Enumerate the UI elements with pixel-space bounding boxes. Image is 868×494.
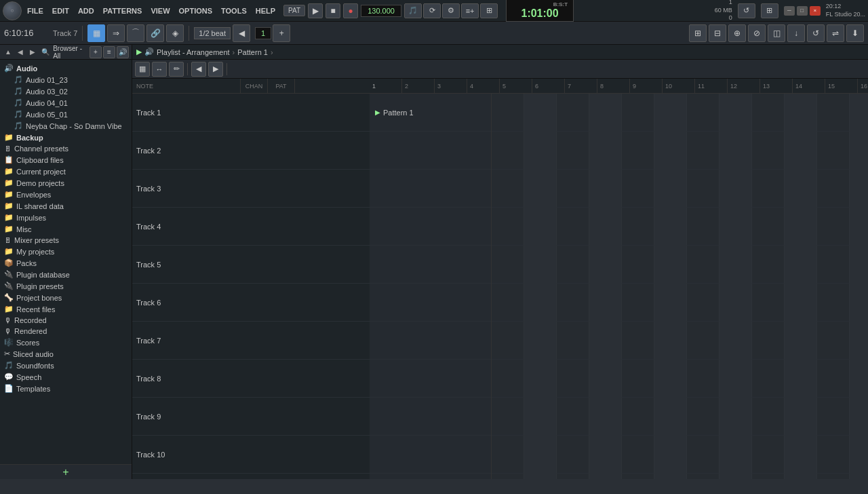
gc-10-11[interactable] [817, 436, 850, 473]
stop-button[interactable]: ■ [326, 3, 340, 18]
pattern-item-1[interactable]: ▶ Pattern 1 [370, 94, 491, 132]
gc-8-1[interactable] [492, 360, 524, 397]
browser-item-neyba[interactable]: 🎵 Neyba Chap - So Damn Vibe [0, 120, 132, 132]
grid-cell-1-5[interactable] [622, 94, 654, 131]
gc-7-4[interactable] [589, 322, 622, 359]
bounce-btn[interactable]: ⊕ [728, 24, 746, 42]
gc-3-11[interactable] [817, 170, 850, 207]
grid-cell-2-6[interactable] [654, 132, 687, 169]
gc-10-2[interactable] [524, 436, 557, 473]
gc-7-1[interactable] [492, 322, 524, 359]
gc-6-7[interactable] [687, 284, 719, 321]
gc-5-6[interactable] [654, 246, 687, 283]
pt-step-btn[interactable]: ▦ [135, 62, 150, 77]
gc-3-12[interactable] [850, 170, 868, 207]
gc-3-10[interactable] [785, 170, 817, 207]
gc-10-7[interactable] [687, 436, 719, 473]
pt-pencil-btn[interactable]: ✏ [169, 62, 184, 77]
gc-5-11[interactable] [817, 246, 850, 283]
gc-6-12[interactable] [850, 284, 868, 321]
gc-4-11[interactable] [817, 208, 850, 245]
gc-9-4[interactable] [589, 398, 622, 435]
gc-7-11[interactable] [817, 322, 850, 359]
mixer-icon[interactable]: ⊞ [480, 3, 498, 18]
browser-item-clipboard[interactable]: 📋 Clipboard files [0, 154, 132, 166]
gc-5-7[interactable] [687, 246, 719, 283]
gc-9-7[interactable] [687, 398, 719, 435]
gc-8-12[interactable] [850, 360, 868, 397]
gc-5-12[interactable] [850, 246, 868, 283]
browser-item-recorded[interactable]: 🎙 Recorded [0, 315, 132, 326]
gc-11-1[interactable] [492, 474, 524, 479]
link-btn[interactable]: 🔗 [146, 24, 164, 42]
gc-10-8[interactable] [719, 436, 752, 473]
gc-8-7[interactable] [687, 360, 719, 397]
gc-8-3[interactable] [557, 360, 589, 397]
grid-cell-2-10[interactable] [785, 132, 817, 169]
solo-btn[interactable]: ◫ [768, 24, 785, 42]
grid-cell-1-10[interactable] [785, 94, 817, 131]
grid-cell-1-8[interactable] [719, 94, 752, 131]
gc-11-4[interactable] [589, 474, 622, 479]
menu-patterns[interactable]: PATTERNS [99, 4, 146, 18]
browser-item-channel-presets[interactable]: 🎚 Channel presets [0, 143, 132, 154]
gc-4-8[interactable] [719, 208, 752, 245]
browser-item-recent-files[interactable]: 📁 Recent files [0, 303, 132, 315]
gc-9-1[interactable] [492, 398, 524, 435]
gc-4-5[interactable] [622, 208, 654, 245]
gc-3-6[interactable] [654, 170, 687, 207]
browser-item-audio03[interactable]: 🎵 Audio 03_02 [0, 86, 132, 97]
menu-edit[interactable]: EDIT [48, 4, 73, 18]
gc-8-9[interactable] [752, 360, 785, 397]
pat-button[interactable]: PAT [283, 5, 305, 16]
menu-view[interactable]: VIEW [146, 4, 174, 18]
gc-10-10[interactable] [785, 436, 817, 473]
gc-7-12[interactable] [850, 322, 868, 359]
menu-add[interactable]: ADD [74, 4, 98, 18]
reset-icon[interactable]: ↺ [738, 3, 755, 18]
menu-help[interactable]: HELP [252, 4, 279, 18]
gc-4-12[interactable] [850, 208, 868, 245]
browser-item-my-projects[interactable]: 📁 My projects [0, 246, 132, 257]
pt-scroll-right-btn[interactable]: ▶ [208, 62, 223, 77]
grid-cell-1-6[interactable] [654, 94, 687, 131]
grid-cell-2-3[interactable] [557, 132, 589, 169]
gc-8-11[interactable] [817, 360, 850, 397]
zip-btn[interactable]: ⊟ [709, 24, 726, 42]
browser-volume-btn[interactable]: 🔊 [117, 46, 129, 58]
gc-4-2[interactable] [524, 208, 557, 245]
gc-4-1[interactable] [492, 208, 524, 245]
gc-7-3[interactable] [557, 322, 589, 359]
gc-10-12[interactable] [850, 436, 868, 473]
gc-5-2[interactable] [524, 246, 557, 283]
grid-cell-1-4[interactable] [589, 94, 622, 131]
mute-btn[interactable]: ⊘ [748, 24, 766, 42]
bpm-display[interactable]: 130.000 [361, 5, 401, 17]
search-icon[interactable]: 🔍 [41, 47, 50, 58]
gc-11-3[interactable] [557, 474, 589, 479]
nav-prev-btn[interactable]: ◀ [15, 47, 26, 58]
browser-item-sliced-audio[interactable]: ✂ Sliced audio [0, 348, 132, 360]
gc-7-6[interactable] [654, 322, 687, 359]
gc-4-3[interactable] [557, 208, 589, 245]
menu-tools[interactable]: TOOLS [217, 4, 251, 18]
grid-cell-2-9[interactable] [752, 132, 785, 169]
gc-9-6[interactable] [654, 398, 687, 435]
grid-cell-1-9[interactable] [752, 94, 785, 131]
master-volume-knob[interactable]: ○ [3, 1, 22, 20]
browser-item-speech[interactable]: 💬 Speech [0, 371, 132, 383]
gc-11-10[interactable] [785, 474, 817, 479]
maximize-button[interactable]: □ [797, 6, 808, 16]
gc-9-2[interactable] [524, 398, 557, 435]
pt-scroll-left-btn[interactable]: ◀ [191, 62, 206, 77]
gc-3-5[interactable] [622, 170, 654, 207]
loop-mode-btn[interactable]: ⇒ [107, 24, 125, 42]
gc-6-10[interactable] [785, 284, 817, 321]
browser-item-impulses[interactable]: 📁 Impulses [0, 212, 132, 223]
beat-selector[interactable]: 1/2 beat [194, 27, 231, 39]
browser-item-audio04[interactable]: 🎵 Audio 04_01 [0, 97, 132, 109]
gc-11-6[interactable] [654, 474, 687, 479]
gc-9-5[interactable] [622, 398, 654, 435]
browser-item-soundfonts[interactable]: 🎵 Soundfonts [0, 360, 132, 371]
gc-5-10[interactable] [785, 246, 817, 283]
